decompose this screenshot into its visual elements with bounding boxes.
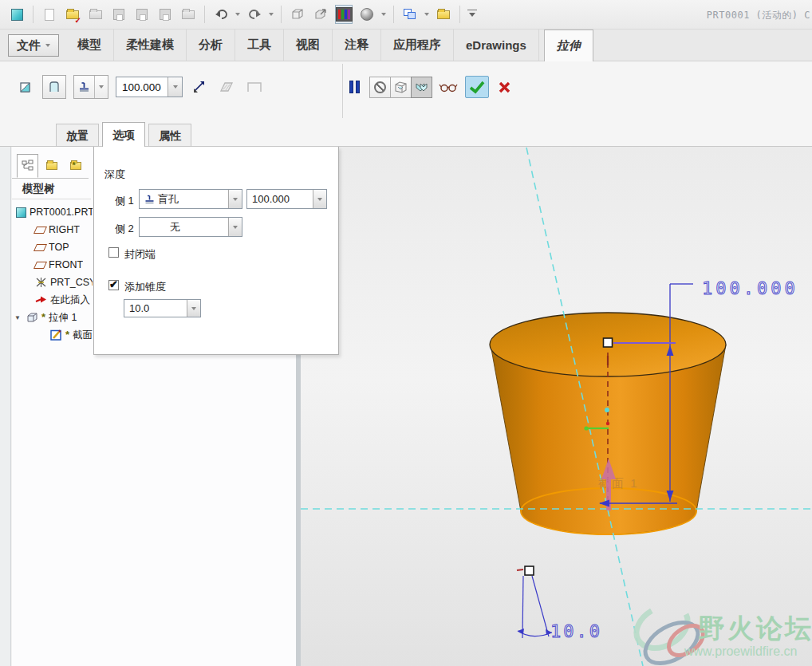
tree-item-insert-here[interactable]: 在此插入 [12,291,93,309]
undo-button[interactable] [212,5,230,24]
red-point [606,422,609,425]
graphics-area[interactable]: 截面 1 100.000 [301,147,812,666]
depth-value-combo[interactable]: 100.000 [116,77,183,97]
green-endpoint [584,426,588,430]
side1-type-dropdown[interactable]: 盲孔 [139,189,242,209]
model-tree-tab[interactable] [17,154,38,178]
more-commands-button[interactable] [467,10,477,19]
side1-type-arrow-icon[interactable] [228,190,242,208]
tab-edrawings[interactable]: eDrawings [454,30,539,61]
tab-properties[interactable]: 属性 [148,124,191,147]
surface-toggle-button[interactable] [42,75,66,99]
tab-applications[interactable]: 应用程序 [381,30,454,61]
taper-dimension [518,576,552,638]
tab-annotate[interactable]: 注释 [333,30,381,61]
tab-view[interactable]: 视图 [284,30,333,61]
open-checked-button[interactable]: ✓ [64,5,81,24]
verify-button[interactable] [436,75,460,99]
tab-flexible-modeling[interactable]: 柔性建模 [114,30,187,61]
save-button[interactable] [110,5,128,24]
regenerate-button[interactable] [312,5,329,24]
tree-item-part[interactable]: PRT0001.PRT [12,203,93,221]
flip-direction-button[interactable] [190,75,209,99]
depth-drag-handle[interactable] [604,338,613,347]
shading-sphere-button[interactable] [358,5,376,24]
window-cascade-button[interactable] [401,5,419,24]
solid-toggle-button[interactable] [16,75,35,99]
datum-plane-icon [34,227,47,234]
undo-dropdown-icon[interactable] [235,13,240,16]
taper-value-arrow-icon[interactable] [187,300,200,317]
add-taper-checkbox[interactable] [108,280,119,290]
collapse-triangle-icon[interactable]: ▼ [12,314,23,321]
datum-plane-icon [34,262,47,269]
cancel-button[interactable] [494,75,514,99]
no-preview-button[interactable] [369,77,391,98]
taper-value-combo[interactable]: 10.0 [124,299,201,317]
tab-analysis[interactable]: 分析 [187,30,235,61]
save-backup-button[interactable] [156,5,174,24]
undo-icon [215,9,228,21]
datum-plane-icon [34,244,47,251]
wireframe-preview-icon [393,81,408,94]
open-session-button[interactable] [435,5,452,24]
open-button[interactable] [87,5,104,24]
depth-dimension-value[interactable]: 100.000 [702,278,798,298]
folder-stack-icon [46,162,57,170]
depth-type-dropdown-icon[interactable] [94,76,108,98]
side2-type-text: 无 [140,218,228,236]
tree-item-extrude[interactable]: ▼ * 拉伸 1 [12,309,93,326]
tree-item-csys[interactable]: PRT_CSYS [12,274,93,291]
taper-drag-handle[interactable] [525,566,534,575]
capped-ends-checkbox[interactable] [108,247,119,258]
tab-tools[interactable]: 工具 [235,30,284,61]
apply-button[interactable] [465,76,489,98]
side2-type-dropdown[interactable]: 无 [139,217,242,237]
appearance-colors-button[interactable] [335,5,353,24]
tab-extrude-active[interactable]: 拉伸 [544,30,593,61]
tab-file-label: 文件 [17,38,41,53]
tab-placement[interactable]: 放置 [56,124,99,147]
side1-value-text[interactable]: 100.000 [247,190,313,208]
model-icon[interactable] [8,5,26,24]
side2-type-arrow-icon[interactable] [228,218,242,236]
tree-item-top-plane[interactable]: TOP [12,238,93,256]
tree-item-front-plane[interactable]: FRONT [12,256,93,274]
tab-model[interactable]: 模型 [65,30,114,61]
side1-label: 侧 1 [115,194,134,208]
extrude-feature-icon [26,312,38,323]
favorites-tab[interactable]: * [65,154,86,178]
shading-dropdown-icon[interactable] [381,13,386,16]
remove-material-button[interactable] [244,75,265,99]
taper-dimension-value[interactable]: 10.0 [550,621,602,641]
side1-type-text: 盲孔 [158,192,179,207]
side2-label: 侧 2 [115,222,134,236]
no-preview-icon [374,81,386,93]
pause-button[interactable] [349,81,360,93]
depth-type-button[interactable] [73,75,108,99]
taper-value-text[interactable]: 10.0 [124,300,187,317]
redo-dropdown-icon[interactable] [269,13,274,16]
options-flyout-panel: 深度 侧 1 盲孔 100.000 侧 2 无 封闭端 添加锥度 [93,147,339,355]
view-box-button[interactable] [289,5,306,24]
side1-value-combo[interactable]: 100.000 [246,189,327,209]
depth-value-text[interactable]: 100.000 [116,77,168,97]
tree-item-section[interactable]: * 截面 1 [12,326,93,344]
shaded-preview-button[interactable] [411,77,432,98]
folder-browser-tab[interactable] [41,154,62,178]
part-icon [16,207,26,218]
side1-value-arrow-icon[interactable] [313,190,326,208]
tab-file[interactable]: 文件 [8,34,59,57]
depth-value-dropdown-icon[interactable] [168,77,182,97]
redo-button[interactable] [246,5,263,24]
new-file-button[interactable] [41,5,58,24]
tab-options[interactable]: 选项 [102,122,145,147]
window-dropdown-icon[interactable] [424,13,429,16]
save-as-icon [136,9,148,20]
tree-item-right-plane[interactable]: RIGHT [12,221,93,238]
wireframe-preview-button[interactable] [390,77,412,98]
thicken-sketch-button[interactable] [216,75,237,99]
save-as-button[interactable] [133,5,151,24]
sphere-icon [361,8,373,21]
export-button[interactable] [179,5,197,24]
